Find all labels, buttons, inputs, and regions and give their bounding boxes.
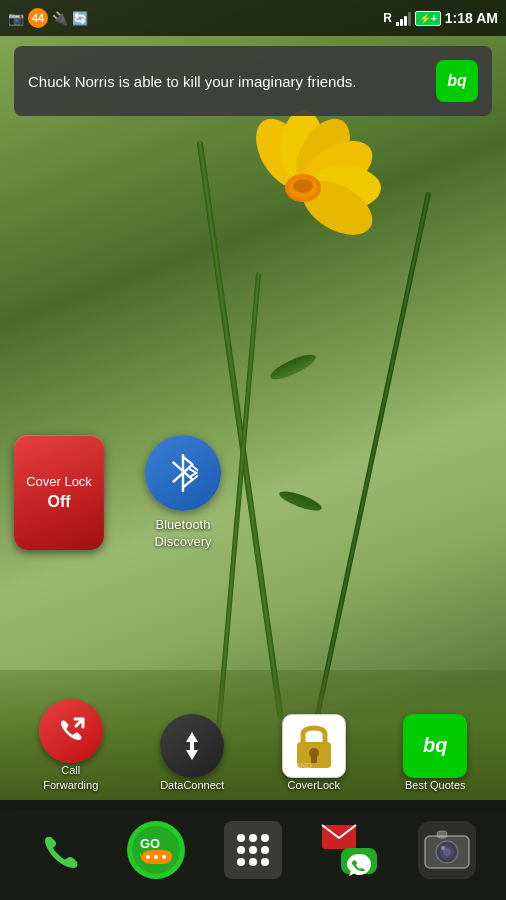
- cover-lock-status: Off: [47, 493, 70, 511]
- dock-phone[interactable]: [10, 821, 107, 879]
- svg-point-28: [237, 834, 245, 842]
- svg-point-31: [237, 846, 245, 854]
- dock-camera[interactable]: [399, 821, 496, 879]
- status-bar: 📷 44 🔌 🔄 R ⚡+ 1:18 AM: [0, 0, 506, 36]
- app-coverlock-label: CoverLock: [287, 778, 340, 792]
- app-coverlock[interactable]: AND CoverLock: [269, 714, 359, 792]
- coverlock-app-icon: AND: [282, 714, 346, 778]
- signal-strength: [396, 10, 411, 26]
- svg-point-43: [441, 846, 445, 850]
- app-row: CallForwarding DataConnect: [0, 699, 506, 792]
- dock-gosms-icon: GO: [127, 821, 185, 879]
- app-bestquotes-label: Best Quotes: [405, 778, 466, 792]
- status-left-icons: 📷 44 🔌 🔄: [8, 8, 88, 28]
- network-type: R: [383, 11, 392, 25]
- video-icon: 📷: [8, 11, 24, 26]
- cover-lock-widget[interactable]: Cover Lock Off: [14, 435, 104, 550]
- svg-point-8: [293, 179, 313, 193]
- dock-email-whatsapp[interactable]: [302, 821, 399, 879]
- battery-icon: ⚡+: [415, 11, 441, 26]
- notification-widget: Chuck Norris is able to kill your imagin…: [14, 46, 492, 116]
- usb-icon: 🔌: [52, 11, 68, 26]
- notification-badge: 44: [28, 8, 48, 28]
- bq-icon-label: bq: [447, 72, 467, 90]
- bluetooth-widget[interactable]: BluetoothDiscovery: [145, 435, 221, 551]
- bluetooth-label: BluetoothDiscovery: [154, 517, 211, 551]
- app-dataconnect[interactable]: DataConnect: [147, 714, 237, 792]
- dock-phone-icon: [30, 821, 88, 879]
- call-forwarding-icon: [39, 699, 103, 763]
- cover-lock-title: Cover Lock: [26, 474, 92, 491]
- svg-point-33: [261, 846, 269, 854]
- svg-point-34: [237, 858, 245, 866]
- svg-rect-44: [437, 831, 447, 838]
- status-right-icons: R ⚡+ 1:18 AM: [383, 10, 498, 26]
- dock-drawer-icon: [224, 821, 282, 879]
- dock-app-drawer[interactable]: [204, 821, 301, 879]
- svg-point-29: [249, 834, 257, 842]
- app-call-forwarding[interactable]: CallForwarding: [26, 699, 116, 792]
- bluetooth-icon-circle: [145, 435, 221, 511]
- svg-point-32: [249, 846, 257, 854]
- app-dataconnect-label: DataConnect: [160, 778, 224, 792]
- sync-icon: 🔄: [72, 11, 88, 26]
- dock-gosms[interactable]: GO: [107, 821, 204, 879]
- bottom-dock: GO: [0, 800, 506, 900]
- notification-text: Chuck Norris is able to kill your imagin…: [28, 71, 426, 92]
- dock-email-icon: [321, 821, 379, 879]
- svg-rect-20: [311, 755, 317, 763]
- svg-point-35: [249, 858, 257, 866]
- svg-point-30: [261, 834, 269, 842]
- svg-point-36: [261, 858, 269, 866]
- svg-point-26: [154, 855, 158, 859]
- dock-camera-icon: [418, 821, 476, 879]
- dataconnect-icon: [160, 714, 224, 778]
- bestquotes-icon: bq: [403, 714, 467, 778]
- app-bestquotes[interactable]: bq Best Quotes: [390, 714, 480, 792]
- status-time: 1:18 AM: [445, 10, 498, 26]
- bq-app-icon[interactable]: bq: [436, 60, 478, 102]
- bestquotes-icon-text: bq: [423, 734, 447, 757]
- svg-text:GO: GO: [140, 836, 160, 851]
- svg-rect-17: [190, 748, 194, 756]
- svg-text:AND: AND: [295, 761, 312, 770]
- svg-point-27: [162, 855, 166, 859]
- svg-point-25: [146, 855, 150, 859]
- app-call-forwarding-label: CallForwarding: [43, 763, 98, 792]
- daffodil-flower: [223, 108, 383, 238]
